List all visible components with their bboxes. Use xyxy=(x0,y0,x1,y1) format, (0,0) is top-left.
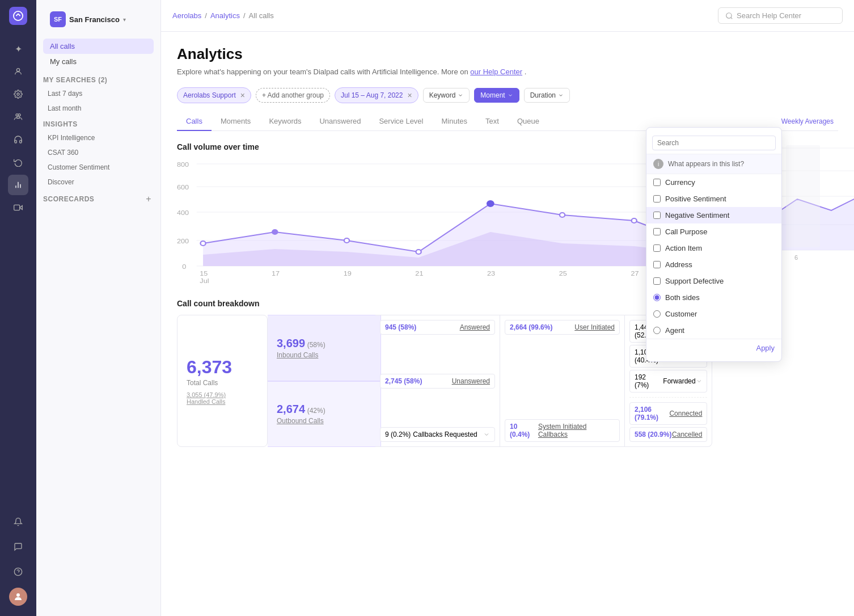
keyword-filter-button[interactable]: Keyword xyxy=(423,88,470,103)
moment-dropdown: i What appears in this list? Currency Po… xyxy=(646,127,782,362)
avatar-icon[interactable] xyxy=(8,587,28,607)
support-defective-checkbox[interactable] xyxy=(653,277,661,285)
nav-customer-sentiment[interactable]: Customer Sentiment xyxy=(36,160,160,175)
breadcrumb-sep-2: / xyxy=(243,11,246,20)
svg-text:800: 800 xyxy=(177,161,189,168)
both-sides-label: Both sides xyxy=(665,293,700,302)
help-icon[interactable] xyxy=(8,562,28,582)
customer-radio[interactable] xyxy=(653,310,661,318)
dropdown-item-positive-sentiment[interactable]: Positive Sentiment xyxy=(646,191,781,207)
group-filter-remove[interactable]: × xyxy=(240,91,245,100)
dropdown-item-negative-sentiment[interactable]: Negative Sentiment xyxy=(646,207,781,223)
app-logo xyxy=(9,7,27,25)
tab-calls[interactable]: Calls xyxy=(177,112,212,131)
address-checkbox[interactable] xyxy=(653,261,661,268)
total-calls-col: 6,373 Total Calls 3,055 (47.9%) Handled … xyxy=(177,315,268,447)
dropdown-item-both-sides[interactable]: Both sides xyxy=(646,289,781,306)
date-filter-chip[interactable]: Jul 15 – Aug 7, 2022 × xyxy=(335,87,418,103)
breadcrumb-aerolabs[interactable]: Aerolabs xyxy=(172,11,201,20)
system-callbacks-row: 10 (0.4%) System Initiated Callbacks xyxy=(505,419,620,442)
workspace-selector[interactable]: SF San Francisco ▾ xyxy=(45,9,130,29)
nav-kpi-intelligence[interactable]: KPI Intelligence xyxy=(36,130,160,145)
group-filter-chip[interactable]: Aerolabs Support × xyxy=(177,87,251,103)
svg-rect-9 xyxy=(14,205,20,210)
dropdown-item-customer[interactable]: Customer xyxy=(646,306,781,322)
dropdown-item-agent[interactable]: Agent xyxy=(646,322,781,339)
handled-calls-sublabel: Handled Calls xyxy=(187,398,258,405)
svg-text:0: 0 xyxy=(182,263,186,271)
tab-text[interactable]: Text xyxy=(476,112,508,131)
nav-last-7-days[interactable]: Last 7 days xyxy=(36,86,160,101)
search-bar[interactable]: Search Help Center xyxy=(718,7,843,24)
inbound-num: 3,699 xyxy=(277,337,305,349)
tab-moments[interactable]: Moments xyxy=(212,112,260,131)
dropdown-item-support-defective[interactable]: Support Defective xyxy=(646,273,781,289)
weekly-averages-button[interactable]: Weekly Averages xyxy=(777,115,838,128)
action-item-label: Action Item xyxy=(665,244,702,252)
page-title: Analytics xyxy=(177,45,838,63)
nav-discover[interactable]: Discover xyxy=(36,175,160,189)
tab-queue[interactable]: Queue xyxy=(508,112,548,131)
nav-csat-360[interactable]: CSAT 360 xyxy=(36,145,160,160)
svg-text:23: 23 xyxy=(487,270,496,277)
add-scorecard-button[interactable]: + xyxy=(143,194,154,204)
dropdown-info-text: What appears in this list? xyxy=(668,160,744,168)
headset-icon[interactable] xyxy=(8,129,28,150)
svg-marker-8 xyxy=(20,206,23,210)
info-icon: i xyxy=(653,159,663,169)
negative-sentiment-label: Negative Sentiment xyxy=(665,211,729,220)
forwarded-row[interactable]: 192 (7%) Forwarded xyxy=(629,370,707,393)
answered-label: Answered xyxy=(460,323,490,331)
date-filter-remove[interactable]: × xyxy=(407,91,412,100)
forwarded-expand-icon xyxy=(696,378,703,385)
analytics-icon[interactable] xyxy=(8,175,28,195)
callbacks-row[interactable]: 9 (0.2%) Callbacks Requested xyxy=(380,427,495,442)
insights-header: Insights xyxy=(43,120,78,128)
tab-service-level[interactable]: Service Level xyxy=(370,112,432,131)
tab-keywords[interactable]: Keywords xyxy=(260,112,310,131)
outbound-pct: (42%) xyxy=(307,407,325,415)
history-icon[interactable] xyxy=(8,152,28,172)
positive-sentiment-checkbox[interactable] xyxy=(653,195,661,202)
duration-chevron-icon xyxy=(558,92,564,98)
action-item-checkbox[interactable] xyxy=(653,244,661,252)
breadcrumb-sep-1: / xyxy=(205,11,207,20)
scorecards-header: Scorecards xyxy=(43,195,94,203)
dropdown-item-action-item[interactable]: Action Item xyxy=(646,240,781,256)
sparkle-icon[interactable]: ✦ xyxy=(8,39,28,59)
moment-filter-label: Moment xyxy=(480,91,505,99)
video-icon[interactable] xyxy=(8,197,28,218)
person-icon[interactable] xyxy=(8,61,28,82)
gear-icon[interactable] xyxy=(8,84,28,104)
svg-point-13 xyxy=(726,12,732,18)
nav-all-calls[interactable]: All calls xyxy=(43,39,154,54)
dropdown-item-currency[interactable]: Currency xyxy=(646,174,781,191)
help-center-link[interactable]: our Help Center xyxy=(470,67,522,76)
dropdown-item-address[interactable]: Address xyxy=(646,256,781,273)
breadcrumb-analytics[interactable]: Analytics xyxy=(210,11,240,20)
tab-minutes[interactable]: Minutes xyxy=(433,112,477,131)
dropdown-item-call-purpose[interactable]: Call Purpose xyxy=(646,223,781,240)
call-purpose-checkbox[interactable] xyxy=(653,228,661,235)
icon-sidebar: ✦ xyxy=(0,0,36,616)
svg-point-29 xyxy=(416,250,421,254)
callbacks-expand-icon xyxy=(483,431,490,438)
total-calls-label: Total Calls xyxy=(187,379,258,387)
chat-icon[interactable] xyxy=(8,537,28,557)
svg-text:400: 400 xyxy=(177,209,189,217)
both-sides-radio[interactable] xyxy=(653,294,661,301)
bell-icon[interactable] xyxy=(8,512,28,532)
dropdown-search-input[interactable] xyxy=(652,136,776,150)
add-group-button[interactable]: + Add another group xyxy=(256,88,330,103)
nav-my-calls[interactable]: My calls xyxy=(43,54,154,69)
apply-button[interactable]: Apply xyxy=(756,344,775,352)
tab-unanswered[interactable]: Unanswered xyxy=(310,112,370,131)
group-icon[interactable] xyxy=(8,107,28,127)
negative-sentiment-checkbox[interactable] xyxy=(653,212,661,219)
nav-last-month[interactable]: Last month xyxy=(36,101,160,116)
currency-checkbox[interactable] xyxy=(653,179,661,186)
moment-filter-button[interactable]: Moment xyxy=(474,88,519,103)
svg-text:200: 200 xyxy=(177,238,189,245)
agent-radio[interactable] xyxy=(653,327,661,334)
duration-filter-button[interactable]: Duration xyxy=(524,88,570,103)
